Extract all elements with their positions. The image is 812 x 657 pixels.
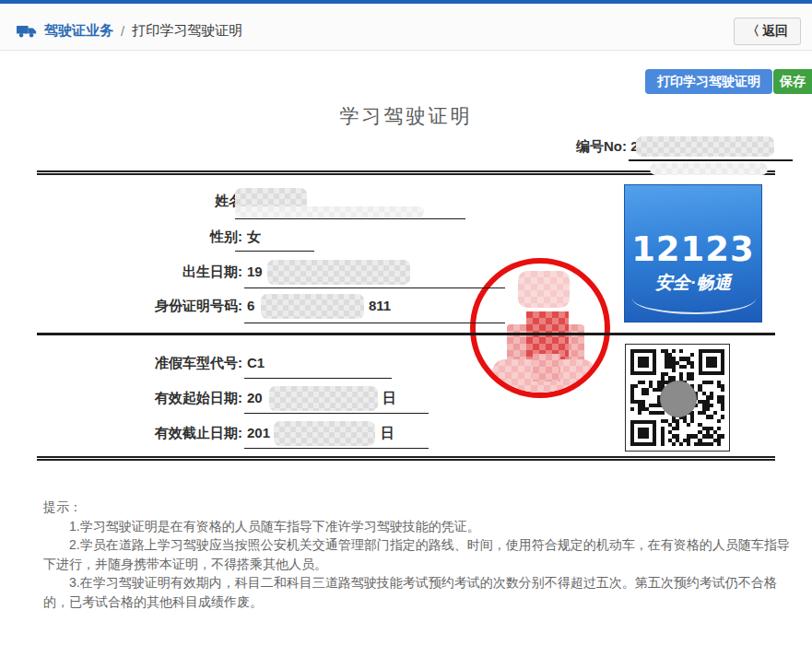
12123-logo-arc	[632, 283, 756, 314]
name-redacted-tail	[235, 206, 424, 217]
qr-finder-top-left	[630, 349, 656, 375]
serial-underline	[629, 159, 793, 161]
certificate-title: 学习驾驶证明	[0, 103, 812, 129]
tip-item-2: 2.学员在道路上学习驾驶应当按照公安机关交通管理部门指定的路线、时间，使用符合规…	[43, 535, 792, 573]
certificate-bottom-rule	[37, 456, 775, 461]
id-number-suffix: 811	[369, 298, 391, 313]
birth-date-redacted	[267, 260, 410, 285]
vehicle-type-underline	[244, 378, 392, 379]
seal-mosaic-top	[518, 271, 570, 308]
valid-to-redacted	[274, 421, 375, 446]
name-underline	[235, 218, 465, 219]
back-button[interactable]: 〈返回	[734, 18, 801, 45]
12123-logo: 12123 安全·畅通	[624, 184, 762, 323]
birth-date-label: 出生日期:	[37, 264, 242, 281]
qr-code	[625, 344, 730, 452]
12123-logo-number: 12123	[625, 229, 761, 269]
id-number-redacted	[261, 294, 364, 319]
breadcrumb-section[interactable]: 驾驶证业务	[44, 22, 113, 40]
tip-item-1: 1.学习驾驶证明是在有资格的人员随车指导下准许学习驾驶技能的凭证。	[43, 517, 792, 536]
tips-section: 提示： 1.学习驾驶证明是在有资格的人员随车指导下准许学习驾驶技能的凭证。 2.…	[43, 498, 792, 611]
breadcrumb: 驾驶证业务 / 打印学习驾驶证明	[17, 22, 242, 40]
truck-icon	[17, 24, 37, 39]
breadcrumb-page: 打印学习驾驶证明	[132, 22, 242, 40]
name-label: 姓名	[37, 193, 242, 210]
tip-item-3: 3.在学习驾驶证明有效期内，科目二和科目三道路驾驶技能考试预约考试的次数分别不得…	[43, 573, 792, 611]
vehicle-type-value: C1	[247, 355, 265, 370]
official-seal-circle	[470, 258, 610, 398]
breadcrumb-separator: /	[121, 23, 124, 39]
save-button[interactable]: 保存	[773, 69, 812, 94]
serial-redacted	[636, 136, 774, 157]
serial-redacted-tail	[650, 163, 768, 175]
valid-to-visible: 201	[247, 425, 270, 440]
certificate-middle-rule	[37, 333, 775, 335]
gender-value: 女	[247, 229, 261, 246]
valid-to-underline	[244, 448, 429, 449]
valid-from-redacted	[269, 386, 378, 411]
valid-from-visible: 20	[247, 390, 263, 405]
valid-to-suffix: 日	[381, 425, 394, 442]
tips-heading: 提示：	[43, 498, 792, 517]
birth-date-underline	[244, 287, 505, 288]
id-number-prefix: 6	[247, 298, 254, 313]
header-bar: 驾驶证业务 / 打印学习驾驶证明 〈返回	[0, 4, 812, 51]
vehicle-type-label: 准假车型代号:	[37, 355, 242, 372]
gender-label: 性别:	[37, 229, 242, 246]
qr-finder-bottom-left	[630, 420, 656, 446]
valid-to-label: 有效截止日期:	[37, 425, 242, 442]
serial-label: 编号No:	[576, 138, 627, 154]
id-number-label: 身份证明号码:	[37, 298, 242, 315]
id-number-underline	[244, 323, 505, 323]
page: 驾驶证业务 / 打印学习驾驶证明 〈返回 打印学习驾驶证明 保存 学习驾驶证明 …	[0, 0, 812, 657]
back-chevron-icon: 〈	[747, 23, 759, 38]
back-button-label: 返回	[762, 23, 788, 38]
valid-from-suffix: 日	[382, 390, 396, 407]
birth-date-visible: 19	[247, 264, 263, 279]
qr-finder-top-right	[699, 349, 724, 375]
qr-center-logo-circle	[660, 381, 697, 417]
valid-from-underline	[244, 413, 429, 414]
print-certificate-button[interactable]: 打印学习驾驶证明	[645, 69, 772, 94]
gender-underline	[235, 251, 314, 252]
seal-mosaic-neck	[533, 354, 560, 381]
valid-from-label: 有效起始日期:	[37, 390, 242, 407]
